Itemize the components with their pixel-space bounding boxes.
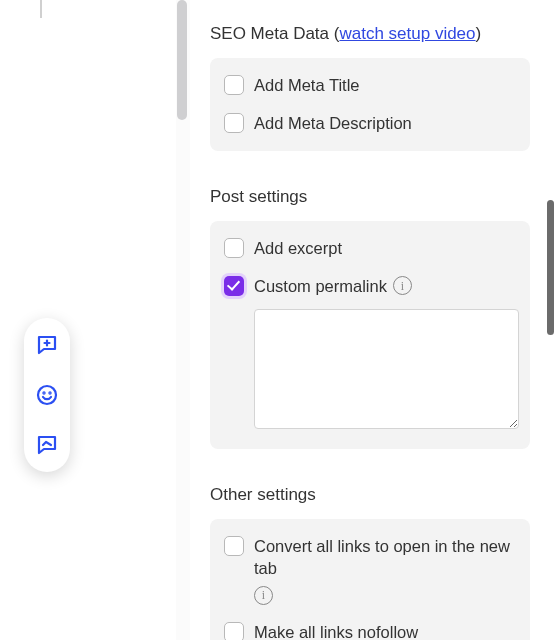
- page-scrollbar-thumb[interactable]: [547, 200, 554, 335]
- emoji-button[interactable]: [34, 382, 60, 408]
- add-excerpt-row: Add excerpt: [224, 237, 516, 259]
- make-links-nofollow-checkbox[interactable]: [224, 622, 244, 640]
- add-excerpt-checkbox[interactable]: [224, 238, 244, 258]
- smiley-icon: [35, 383, 59, 407]
- custom-permalink-text: Custom permalink: [254, 275, 387, 297]
- make-links-nofollow-label: Make all links nofollow: [254, 621, 418, 640]
- other-settings-title: Other settings: [210, 485, 530, 505]
- seo-section-title: SEO Meta Data (watch setup video): [210, 24, 530, 44]
- other-settings-panel: Convert all links to open in the new tab…: [210, 519, 530, 640]
- seo-panel: Add Meta Title Add Meta Description: [210, 58, 530, 151]
- permalink-textarea[interactable]: [254, 309, 519, 429]
- add-meta-description-label: Add Meta Description: [254, 112, 412, 134]
- custom-permalink-checkbox[interactable]: [224, 276, 244, 296]
- add-meta-title-label: Add Meta Title: [254, 74, 359, 96]
- svg-point-4: [49, 392, 50, 393]
- add-comment-button[interactable]: [34, 332, 60, 358]
- svg-point-3: [43, 392, 44, 393]
- watch-setup-video-link[interactable]: watch setup video: [339, 24, 475, 43]
- convert-links-text: Convert all links to open in the new tab: [254, 535, 516, 580]
- custom-permalink-label: Custom permalink i: [254, 275, 412, 297]
- convert-links-new-tab-checkbox[interactable]: [224, 536, 244, 556]
- nofollow-row: Make all links nofollow: [224, 621, 516, 640]
- svg-point-2: [38, 386, 56, 404]
- left-panel-edge: [40, 0, 42, 18]
- add-meta-description-row: Add Meta Description: [224, 112, 516, 134]
- speech-plus-icon: [35, 333, 59, 357]
- seo-title-suffix: ): [476, 24, 482, 43]
- convert-links-new-tab-label: Convert all links to open in the new tab…: [254, 535, 516, 605]
- feedback-button[interactable]: [34, 432, 60, 458]
- seo-title-text: SEO Meta Data (: [210, 24, 339, 43]
- add-meta-description-checkbox[interactable]: [224, 113, 244, 133]
- post-settings-title: Post settings: [210, 187, 530, 207]
- custom-permalink-row: Custom permalink i: [224, 275, 516, 297]
- add-excerpt-label: Add excerpt: [254, 237, 342, 259]
- permalink-textarea-wrap: [254, 309, 516, 433]
- settings-content: SEO Meta Data (watch setup video) Add Me…: [210, 0, 530, 640]
- inner-scrollbar-thumb[interactable]: [177, 0, 187, 120]
- floating-toolbar: [24, 318, 70, 472]
- add-meta-title-checkbox[interactable]: [224, 75, 244, 95]
- speech-check-icon: [35, 433, 59, 457]
- info-icon[interactable]: i: [393, 276, 412, 295]
- info-icon[interactable]: i: [254, 586, 273, 605]
- add-meta-title-row: Add Meta Title: [224, 74, 516, 96]
- post-settings-panel: Add excerpt Custom permalink i: [210, 221, 530, 450]
- convert-links-row: Convert all links to open in the new tab…: [224, 535, 516, 605]
